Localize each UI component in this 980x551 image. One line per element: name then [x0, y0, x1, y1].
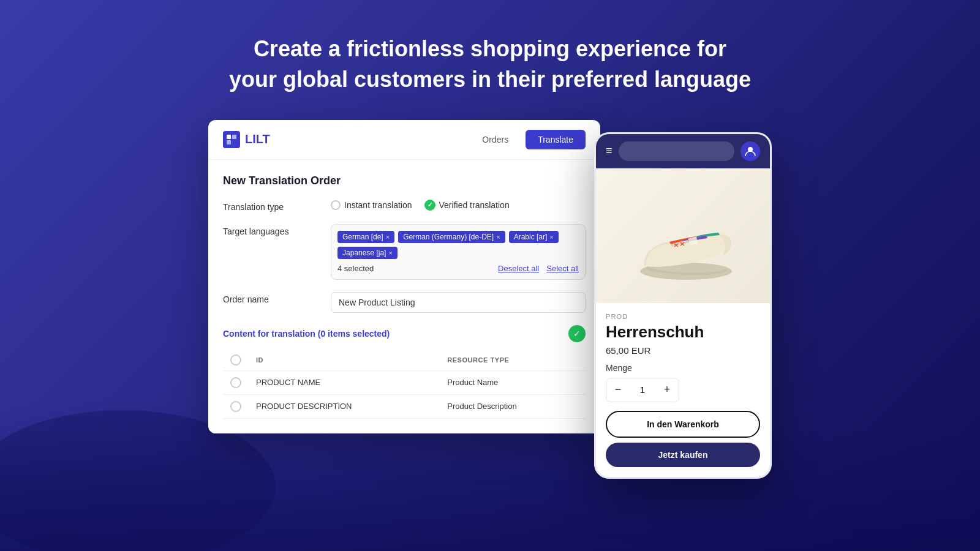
lilt-nav: Orders Translate — [470, 130, 586, 149]
order-name-control — [331, 292, 586, 313]
language-actions: Deselect all Select all — [498, 264, 579, 273]
orders-nav-button[interactable]: Orders — [470, 130, 521, 149]
remove-lang-de-de[interactable]: × — [496, 233, 500, 241]
quantity-stepper: − 1 + — [606, 378, 679, 402]
svg-rect-2 — [227, 140, 231, 144]
target-languages-label: Target languages — [223, 224, 321, 236]
language-footer: 4 selected Deselect all Select all — [337, 264, 579, 273]
phone-product-info: PROD Herrenschuh 65,00 EUR Menge − 1 + I… — [596, 303, 770, 477]
lang-tag-ja[interactable]: Japanese [ja] × — [337, 247, 398, 259]
col-checkbox — [223, 350, 249, 371]
translation-type-label: Translation type — [223, 200, 321, 212]
table-header-row: ID RESOURCE TYPE — [223, 350, 586, 371]
instant-translation-option[interactable]: Instant translation — [331, 200, 412, 210]
content-title: Content for translation (0 items selecte… — [223, 329, 390, 339]
svg-rect-0 — [227, 135, 231, 139]
section-title: New Translation Order — [223, 174, 586, 187]
select-all-button[interactable]: Select all — [546, 264, 579, 273]
lang-tag-de[interactable]: German [de] × — [337, 231, 394, 243]
language-tags-container[interactable]: German [de] × German (Germany) [de-DE] ×… — [331, 224, 586, 280]
content-table: ID RESOURCE TYPE PRODUCT NAME Product Na… — [223, 350, 586, 419]
verified-translation-option[interactable]: Verified translation — [424, 200, 510, 211]
translation-type-row: Translation type Instant translation Ver… — [223, 200, 586, 212]
select-all-checkbox[interactable] — [230, 354, 241, 365]
target-languages-row: Target languages German [de] × German (G… — [223, 224, 586, 280]
quantity-label: Menge — [606, 363, 760, 373]
row2-resource: Product Description — [440, 394, 586, 418]
table-row: PRODUCT DESCRIPTION Product Description — [223, 394, 586, 418]
lang-tag-ar[interactable]: Arabic [ar] × — [509, 231, 559, 243]
check-circle-icon: ✓ — [568, 325, 586, 342]
lilt-logo: LILT — [223, 131, 270, 148]
order-name-input[interactable] — [331, 292, 586, 313]
phone-search-bar[interactable] — [619, 141, 734, 161]
product-image — [596, 168, 770, 303]
content-header: Content for translation (0 items selecte… — [223, 325, 586, 342]
content-section: Content for translation (0 items selecte… — [223, 325, 586, 419]
order-name-row: Order name — [223, 292, 586, 313]
lilt-panel: LILT Orders Translate New Translation Or… — [208, 120, 600, 433]
col-resource-header: RESOURCE TYPE — [440, 350, 586, 371]
row1-checkbox-cell — [223, 370, 249, 394]
product-tag: PROD — [606, 313, 760, 320]
phone-mockup: ≡ — [594, 132, 772, 479]
order-name-label: Order name — [223, 292, 321, 304]
row1-id: PRODUCT NAME — [249, 370, 440, 394]
phone-avatar-icon[interactable] — [741, 141, 760, 161]
phone-header: ≡ — [596, 134, 770, 168]
quantity-value: 1 — [630, 384, 655, 395]
remove-lang-de[interactable]: × — [386, 233, 390, 241]
product-price: 65,00 EUR — [606, 345, 760, 356]
remove-lang-ja[interactable]: × — [388, 249, 392, 257]
target-languages-control: German [de] × German (Germany) [de-DE] ×… — [331, 224, 586, 280]
row1-resource: Product Name — [440, 370, 586, 394]
remove-lang-ar[interactable]: × — [549, 233, 553, 241]
content-area: LILT Orders Translate New Translation Or… — [0, 120, 980, 479]
lilt-header: LILT Orders Translate — [208, 120, 600, 160]
row1-checkbox[interactable] — [230, 377, 241, 388]
lilt-logo-icon — [223, 131, 240, 148]
row2-checkbox-cell — [223, 394, 249, 418]
row2-checkbox[interactable] — [230, 401, 241, 412]
row2-id: PRODUCT DESCRIPTION — [249, 394, 440, 418]
col-id-header: ID — [249, 350, 440, 371]
sneaker-illustration — [622, 181, 744, 291]
add-to-cart-button[interactable]: In den Warenkorb — [606, 411, 760, 438]
language-tags: German [de] × German (Germany) [de-DE] ×… — [337, 231, 579, 259]
lang-tag-de-de[interactable]: German (Germany) [de-DE] × — [398, 231, 505, 243]
lilt-body: New Translation Order Translation type I… — [208, 160, 600, 433]
decrease-quantity-button[interactable]: − — [606, 378, 630, 402]
translate-nav-button[interactable]: Translate — [526, 130, 586, 149]
hamburger-icon[interactable]: ≡ — [606, 144, 612, 157]
instant-radio — [331, 200, 341, 210]
deselect-all-button[interactable]: Deselect all — [498, 264, 539, 273]
product-name: Herrenschuh — [606, 323, 760, 342]
svg-rect-1 — [232, 135, 236, 139]
hero-title: Create a frictionless shopping experienc… — [0, 0, 980, 96]
increase-quantity-button[interactable]: + — [655, 378, 679, 402]
table-row: PRODUCT NAME Product Name — [223, 370, 586, 394]
buy-now-button[interactable]: Jetzt kaufen — [606, 443, 760, 467]
selected-count: 4 selected — [337, 264, 374, 273]
verified-radio — [424, 200, 435, 211]
translation-type-control: Instant translation Verified translation — [331, 200, 586, 211]
